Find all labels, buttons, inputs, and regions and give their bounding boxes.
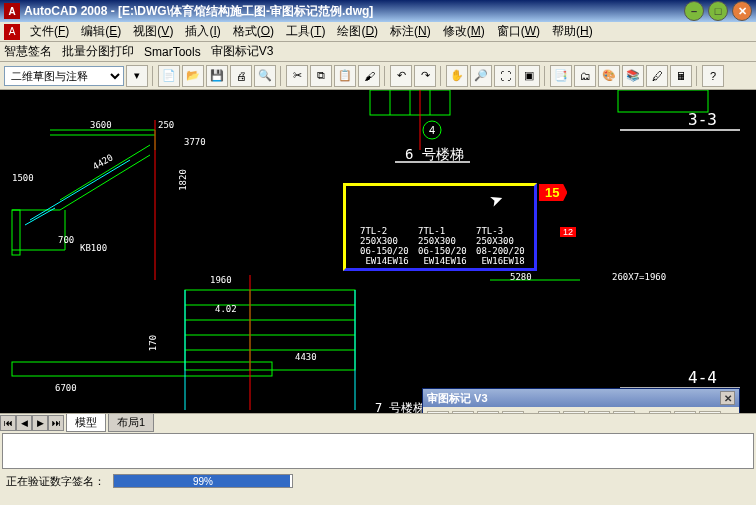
- tab-first-button[interactable]: ⏮: [0, 415, 16, 431]
- pal-prev-button[interactable]: ◀: [649, 411, 671, 413]
- dim-6700: 6700: [55, 383, 77, 393]
- palette-title-text: 审图标记 V3: [427, 391, 720, 406]
- menu-tools[interactable]: 工具(T): [280, 21, 331, 42]
- menu-dimension[interactable]: 标注(N): [384, 21, 437, 42]
- review-flag-12[interactable]: 12: [560, 227, 576, 237]
- dim-3770: 3770: [184, 137, 206, 147]
- tab-prev-button[interactable]: ◀: [16, 415, 32, 431]
- menu-modify[interactable]: 修改(M): [437, 21, 491, 42]
- review-highlight-box: 7TL-2 250X300 06-150/20 EW14EW16 7TL-1 2…: [343, 183, 537, 271]
- svg-line-22: [30, 160, 130, 220]
- menu-view[interactable]: 视图(V): [127, 21, 179, 42]
- tab-next-button[interactable]: ▶: [32, 415, 48, 431]
- markup-button[interactable]: 🖊: [646, 65, 668, 87]
- undo-button[interactable]: ↶: [390, 65, 412, 87]
- dim-402: 4.02: [215, 304, 237, 314]
- minimize-button[interactable]: –: [684, 1, 704, 21]
- sheetset-button[interactable]: 📚: [622, 65, 644, 87]
- save-button[interactable]: 💾: [206, 65, 228, 87]
- pal-refresh-button[interactable]: ↻: [613, 411, 635, 413]
- menu-window[interactable]: 窗口(W): [491, 21, 546, 42]
- tab-model[interactable]: 模型: [66, 414, 106, 432]
- svg-rect-15: [12, 362, 272, 376]
- dim-170: 170: [148, 335, 158, 351]
- tab-last-button[interactable]: ⏭: [48, 415, 64, 431]
- help-button[interactable]: ?: [702, 65, 724, 87]
- pan-button[interactable]: ✋: [446, 65, 468, 87]
- menu-draw[interactable]: 绘图(D): [331, 21, 384, 42]
- svg-line-23: [25, 208, 55, 225]
- menu-smart-sign[interactable]: 智慧签名: [4, 43, 52, 60]
- menu-format[interactable]: 格式(O): [227, 21, 280, 42]
- drawing-canvas[interactable]: 4 3-3 4-4 6 号楼梯 7 号楼梯 3600 1820 3770 442…: [0, 90, 756, 413]
- palette-close-button[interactable]: ✕: [720, 391, 735, 405]
- toolpalette-button[interactable]: 🎨: [598, 65, 620, 87]
- menu-help[interactable]: 帮助(H): [546, 21, 599, 42]
- dim-1500: 1500: [12, 173, 34, 183]
- menu-edit[interactable]: 编辑(E): [75, 21, 127, 42]
- menu-file[interactable]: 文件(F): [24, 21, 75, 42]
- palette-titlebar[interactable]: 审图标记 V3 ✕: [423, 389, 739, 407]
- menu-app-icon: A: [4, 24, 20, 40]
- pal-star-button[interactable]: ✶: [477, 411, 499, 413]
- review-flag-15[interactable]: 15: [539, 184, 567, 201]
- pal-add-mark-button[interactable]: ✚: [427, 411, 449, 413]
- copy-button[interactable]: ⧉: [310, 65, 332, 87]
- menu-batch-plot[interactable]: 批量分图打印: [62, 43, 134, 60]
- svg-rect-8: [12, 210, 20, 255]
- main-toolbar: 二维草图与注释 ▾ 📄 📂 💾 🖨 🔍 ✂ ⧉ 📋 🖌 ↶ ↷ ✋ 🔎 ⛶ ▣ …: [0, 62, 756, 90]
- redo-button[interactable]: ↷: [414, 65, 436, 87]
- calc-button[interactable]: 🖩: [670, 65, 692, 87]
- title-bar: A AutoCAD 2008 - [E:\DWG\体育馆结构施工图-审图标记范例…: [0, 0, 756, 22]
- pal-export-excel-button[interactable]: ▦: [588, 411, 610, 413]
- workspace-combo[interactable]: 二维草图与注释: [4, 66, 124, 86]
- pal-next-button[interactable]: ▶: [674, 411, 696, 413]
- status-verifying-label: 正在验证数字签名：: [6, 474, 105, 489]
- dim-700: 700: [58, 235, 74, 245]
- dim-4430: 4430: [295, 352, 317, 362]
- stair-7-label: 7 号楼梯: [375, 400, 425, 413]
- progress-percent: 99%: [114, 475, 292, 489]
- designcenter-button[interactable]: 🗂: [574, 65, 596, 87]
- svg-rect-20: [618, 90, 708, 112]
- preview-button[interactable]: 🔍: [254, 65, 276, 87]
- window-title: AutoCAD 2008 - [E:\DWG\体育馆结构施工图-审图标记范例.d…: [24, 3, 684, 20]
- menu-smartools[interactable]: SmarTools: [144, 45, 201, 59]
- dim-1820: 1820: [178, 169, 188, 191]
- svg-text:4: 4: [429, 124, 435, 136]
- dim-5280: 5280: [510, 272, 532, 282]
- toolbar-dropdown-icon[interactable]: ▾: [126, 65, 148, 87]
- cut-button[interactable]: ✂: [286, 65, 308, 87]
- col3-text: 7TL-3 250X300 08-200/20 EW16EW18: [476, 226, 525, 266]
- command-line[interactable]: [2, 433, 754, 469]
- print-button[interactable]: 🖨: [230, 65, 252, 87]
- section-3-3-label: 3-3: [688, 110, 717, 129]
- section-4-4-label: 4-4: [688, 368, 717, 387]
- palette-body: ✚ ✎ ✶ ⚑ ⬇ ✖ ▦ ↻ ◀ ▶ e ▤: [423, 407, 739, 413]
- menu-insert[interactable]: 插入(I): [179, 21, 226, 42]
- tab-layout1[interactable]: 布局1: [108, 414, 154, 432]
- dim-3600: 3600: [90, 120, 112, 130]
- properties-button[interactable]: 📑: [550, 65, 572, 87]
- dim-260x7: 260X7=1960: [612, 272, 666, 282]
- new-button[interactable]: 📄: [158, 65, 180, 87]
- close-button[interactable]: ✕: [732, 1, 752, 21]
- zoom-window-button[interactable]: ⛶: [494, 65, 516, 87]
- kb100-label: KB100: [80, 243, 107, 253]
- app-icon: A: [4, 3, 20, 19]
- dim-250: 250: [158, 120, 174, 130]
- col1-text: 7TL-2 250X300 06-150/20 EW14EW16: [360, 226, 409, 266]
- paste-button[interactable]: 📋: [334, 65, 356, 87]
- maximize-button[interactable]: □: [708, 1, 728, 21]
- pal-edit-button[interactable]: ✎: [452, 411, 474, 413]
- zoom-button[interactable]: 🔎: [470, 65, 492, 87]
- pal-flag-button[interactable]: ⚑: [502, 411, 524, 413]
- match-button[interactable]: 🖌: [358, 65, 380, 87]
- pal-delete-button[interactable]: ✖: [563, 411, 585, 413]
- open-button[interactable]: 📂: [182, 65, 204, 87]
- zoom-all-button[interactable]: ▣: [518, 65, 540, 87]
- review-mark-palette[interactable]: 审图标记 V3 ✕ ✚ ✎ ✶ ⚑ ⬇ ✖ ▦ ↻ ◀ ▶ e ▤: [422, 388, 740, 413]
- menu-review-mark[interactable]: 审图标记V3: [211, 43, 274, 60]
- pal-web-button[interactable]: e: [699, 411, 721, 413]
- pal-import-button[interactable]: ⬇: [538, 411, 560, 413]
